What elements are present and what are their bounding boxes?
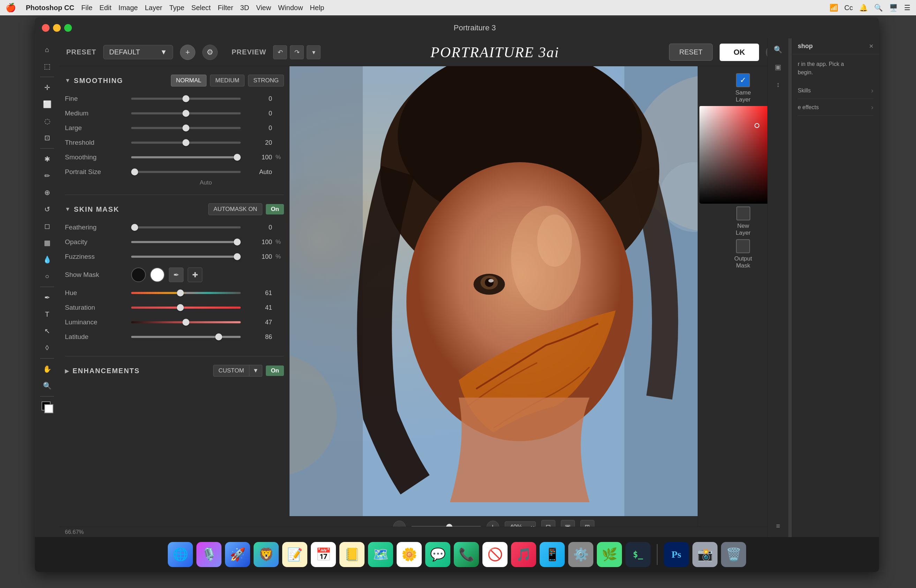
black-mask-button[interactable] — [131, 268, 146, 282]
menu-type[interactable]: Type — [169, 4, 184, 12]
new-layer-checkbox[interactable] — [737, 207, 750, 220]
hand-tool[interactable]: ✋ — [39, 361, 55, 376]
apple-menu[interactable]: 🍎 — [6, 3, 16, 13]
dock-terminal[interactable]: $_ — [625, 542, 651, 567]
portrait-size-slider[interactable] — [131, 168, 241, 175]
dock-notes[interactable]: 📝 — [282, 542, 307, 567]
type-tool[interactable]: T — [39, 307, 55, 322]
custom-preset-button[interactable]: CUSTOM — [213, 365, 249, 376]
crop-tool[interactable]: ⊡ — [39, 130, 55, 145]
dock-photos2[interactable]: 📸 — [692, 542, 717, 567]
eraser-tool[interactable]: ◻ — [39, 218, 55, 234]
clone-tool[interactable]: ⊕ — [39, 185, 55, 200]
medium-slider[interactable] — [131, 110, 241, 117]
output-mask-checkbox[interactable] — [736, 239, 750, 253]
menu-help[interactable]: Help — [310, 4, 324, 12]
maximize-button[interactable] — [64, 24, 72, 32]
fuzziness-slider[interactable] — [131, 253, 241, 260]
enhancements-arrow[interactable]: ▶ — [65, 368, 69, 374]
dock-preferences[interactable]: ⚙️ — [568, 542, 593, 567]
color-picker-gradient[interactable] — [700, 106, 776, 204]
close-button[interactable] — [42, 24, 50, 32]
adjustments-panel-icon[interactable]: ↕ — [771, 77, 786, 92]
smoothing-collapse-arrow[interactable]: ▼ — [65, 78, 71, 84]
dodge-tool[interactable]: ○ — [39, 268, 55, 284]
dock-appstore[interactable]: 📱 — [540, 542, 565, 567]
latitude-slider[interactable] — [131, 333, 241, 340]
settings-button[interactable]: ⚙ — [202, 45, 218, 60]
search-icon[interactable]: 🔍 — [874, 3, 883, 12]
reset-button[interactable]: RESET — [669, 44, 712, 61]
hue-slider[interactable] — [131, 289, 241, 296]
feathering-slider[interactable] — [131, 224, 241, 231]
luminance-slider[interactable] — [131, 319, 241, 326]
output-mask-option[interactable]: OutputMask — [734, 239, 752, 269]
dock-news[interactable]: 🚫 — [482, 542, 507, 567]
dock-notes2[interactable]: 📒 — [339, 542, 365, 567]
dock-photoshop[interactable]: Ps — [664, 542, 689, 567]
dock-maps[interactable]: 🗺️ — [368, 542, 393, 567]
menu-photoshop[interactable]: Photoshop CC — [26, 4, 74, 12]
dock-photos[interactable]: 🌼 — [397, 542, 422, 567]
menu-window[interactable]: Window — [278, 4, 303, 12]
dock-facetime[interactable]: 📞 — [454, 542, 479, 567]
menu-layer[interactable]: Layer — [145, 4, 162, 12]
add-preset-button[interactable]: + — [180, 45, 195, 60]
dock-messages[interactable]: 💬 — [425, 542, 450, 567]
home-tool[interactable]: ⌂ — [39, 42, 55, 57]
ok-button[interactable]: OK — [720, 44, 759, 61]
redo-button[interactable]: ↷ — [290, 45, 304, 59]
gradient-tool[interactable]: ▦ — [39, 235, 55, 250]
menu-edit[interactable]: Edit — [99, 4, 111, 12]
same-layer-option[interactable]: ✓ SameLayer — [735, 73, 751, 103]
menu-3d[interactable]: 3D — [240, 4, 249, 12]
strong-button[interactable]: STRONG — [248, 74, 284, 87]
menu-image[interactable]: Image — [119, 4, 138, 12]
skin-mask-arrow[interactable]: ▼ — [65, 206, 71, 212]
white-mask-button[interactable] — [150, 268, 165, 282]
menu-view[interactable]: View — [256, 4, 271, 12]
normal-button[interactable]: NORMAL — [171, 74, 207, 87]
menu-filter[interactable]: Filter — [218, 4, 233, 12]
move-tool[interactable]: ✛ — [39, 80, 55, 95]
preview-toggle[interactable]: ▾ — [307, 45, 321, 59]
fine-slider[interactable] — [131, 95, 241, 102]
automask-button[interactable]: AUTOMASK ON — [208, 204, 262, 215]
dock-espanso[interactable]: 🌿 — [597, 542, 622, 567]
smoothing-slider[interactable] — [131, 154, 241, 161]
pen-tool[interactable]: ✒ — [39, 290, 55, 305]
dock-music[interactable]: 🎵 — [511, 542, 536, 567]
healing-tool[interactable]: ✱ — [39, 151, 55, 167]
dock-calendar[interactable]: 📅 — [311, 542, 336, 567]
new-layer-option[interactable]: NewLayer — [736, 207, 751, 236]
threshold-slider[interactable] — [131, 139, 241, 146]
minimize-button[interactable] — [53, 24, 61, 32]
same-layer-checkbox[interactable]: ✓ — [736, 73, 750, 87]
skin-mask-on-badge[interactable]: On — [266, 204, 284, 215]
large-slider[interactable] — [131, 124, 241, 131]
opacity-slider[interactable] — [131, 239, 241, 246]
search-panel-icon[interactable]: 🔍 — [771, 42, 786, 57]
menu-select[interactable]: Select — [192, 4, 211, 12]
preset-dropdown[interactable]: DEFAULT ▼ — [103, 45, 173, 59]
cross-pen-mask-button[interactable]: ✚ — [187, 268, 202, 282]
select-tool[interactable]: ⬚ — [39, 58, 55, 74]
enhancements-on-badge[interactable]: On — [266, 365, 284, 376]
menu-file[interactable]: File — [81, 4, 92, 12]
foreground-bg-color[interactable] — [39, 399, 55, 415]
saturation-slider[interactable] — [131, 304, 241, 311]
learn-skills-item[interactable]: Skills › — [798, 82, 874, 99]
dock-safari[interactable]: 🦁 — [254, 542, 279, 567]
undo-button[interactable]: ↶ — [273, 45, 287, 59]
history-brush[interactable]: ↺ — [39, 202, 55, 217]
custom-preset-arrow[interactable]: ▼ — [249, 365, 263, 376]
brush-tool[interactable]: ✏ — [39, 168, 55, 183]
medium-button[interactable]: MEDIUM — [210, 74, 244, 87]
dock-finder[interactable]: 🌐 — [168, 542, 193, 567]
learn-panel-close[interactable]: ✕ — [869, 43, 874, 50]
zoom-tool[interactable]: 🔍 — [39, 378, 55, 393]
dock-siri[interactable]: 🎙️ — [196, 542, 221, 567]
dock-trash[interactable]: 🗑️ — [721, 542, 746, 567]
blur-tool[interactable]: 💧 — [39, 252, 55, 267]
learn-effects-item[interactable]: e effects › — [798, 99, 874, 116]
